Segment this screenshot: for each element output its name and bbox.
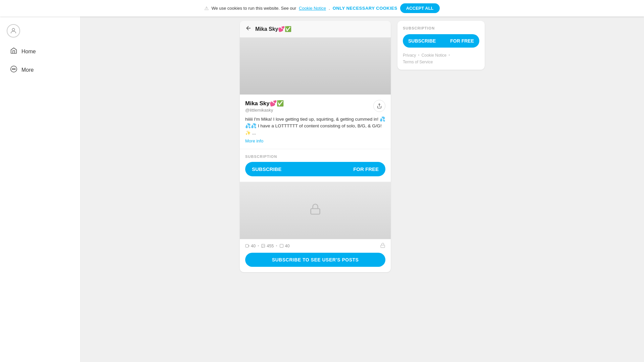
sidebar-item-more[interactable]: More [3, 62, 77, 78]
profile-bio: hiiiii I'm Mika! I love getting tied up,… [245, 116, 385, 136]
svg-rect-6 [311, 208, 320, 214]
right-subscribe-btn-price: FOR FREE [450, 38, 474, 44]
profile-header-name: Mika Sky💕✅ [255, 26, 291, 32]
svg-rect-11 [280, 244, 283, 248]
svg-rect-7 [246, 244, 249, 247]
more-icon [10, 65, 17, 74]
subscribe-btn-label: SUBSCRIBE [252, 166, 281, 172]
subscription-label: SUBSCRIPTION [245, 155, 385, 159]
accept-all-cookies-button[interactable]: ACCEPT ALL [400, 3, 440, 13]
cookie-notice-link[interactable]: Cookie Notice [299, 6, 326, 11]
photo-count: 455 [267, 244, 274, 248]
right-subscription-label: SUBSCRIPTION [403, 26, 479, 30]
post-lock-icon [380, 243, 385, 249]
post-meta: 40 • 455 • 40 [240, 239, 391, 253]
svg-rect-12 [381, 245, 385, 247]
cookie-icon: ⚠ [204, 5, 209, 11]
photo-stat: 455 [261, 244, 274, 248]
footer-cookie-link[interactable]: Cookie Notice [422, 53, 447, 58]
footer-privacy-link[interactable]: Privacy [403, 53, 416, 58]
right-sidebar: SUBSCRIPTION SUBSCRIBE FOR FREE Privacy … [397, 21, 485, 70]
subscribe-btn-price: FOR FREE [353, 166, 379, 172]
locked-content [240, 182, 391, 239]
more-info-link[interactable]: More info [245, 138, 385, 143]
stat-sep-2: • [276, 244, 277, 248]
cover-image [240, 38, 391, 95]
lock-icon [309, 203, 321, 218]
right-footer-links: Privacy • Cookie Notice • Terms of Servi… [403, 53, 479, 64]
sidebar-item-more-label: More [21, 67, 34, 73]
avatar[interactable] [7, 24, 20, 38]
profile-info: Mika Sky💕✅ @littlemikasky hiiiii I'm Mik… [240, 95, 391, 149]
footer-dot-2: • [448, 53, 450, 58]
subscribe-posts-button[interactable]: SUBSCRIBE TO SEE USER'S POSTS [245, 253, 385, 267]
svg-point-3 [13, 69, 14, 69]
subscription-section: SUBSCRIPTION SUBSCRIBE FOR FREE [240, 149, 391, 182]
video-stat: 40 [245, 244, 256, 248]
content-area: Mika Sky💕✅ Mika Sky💕✅ @littlemikasky hii… [80, 14, 644, 362]
right-subscription-card: SUBSCRIPTION SUBSCRIBE FOR FREE Privacy … [397, 21, 485, 70]
svg-point-4 [15, 69, 15, 69]
right-subscribe-btn-label: SUBSCRIBE [408, 38, 436, 44]
share-button[interactable] [373, 100, 385, 112]
sidebar: Home More [0, 14, 80, 362]
profile-username: @littlemikasky [245, 108, 385, 113]
video-count: 40 [251, 244, 256, 248]
footer-dot-1: • [418, 53, 419, 58]
post-stat: 40 [279, 244, 290, 248]
footer-tos-link[interactable]: Terms of Service [403, 60, 433, 64]
sidebar-item-home[interactable]: Home [3, 44, 77, 59]
lock-icon-wrapper [309, 203, 321, 218]
cookie-message: We use cookies to run this website. See … [211, 6, 296, 11]
page-wrapper: Home More [0, 0, 644, 362]
svg-point-10 [262, 245, 263, 246]
right-subscribe-button[interactable]: SUBSCRIBE FOR FREE [403, 34, 479, 48]
profile-display-name: Mika Sky💕✅ [245, 100, 385, 107]
svg-point-0 [12, 28, 14, 31]
sidebar-item-home-label: Home [21, 49, 36, 55]
only-necessary-cookies-button[interactable]: ONLY NECESSARY COOKIES [333, 6, 397, 11]
post-stats: 40 • 455 • 40 [245, 244, 289, 248]
cookie-period: . [329, 6, 330, 11]
post-count: 40 [285, 244, 290, 248]
cookie-banner: ⚠ We use cookies to run this website. Se… [0, 0, 644, 16]
locked-post: 40 • 455 • 40 [240, 182, 391, 272]
profile-card: Mika Sky💕✅ Mika Sky💕✅ @littlemikasky hii… [240, 21, 391, 272]
stat-sep-1: • [258, 244, 259, 248]
back-button[interactable] [245, 25, 252, 33]
home-icon [10, 47, 17, 56]
subscribe-button[interactable]: SUBSCRIBE FOR FREE [245, 162, 385, 176]
svg-point-2 [12, 69, 13, 69]
profile-header-bar: Mika Sky💕✅ [240, 21, 391, 38]
